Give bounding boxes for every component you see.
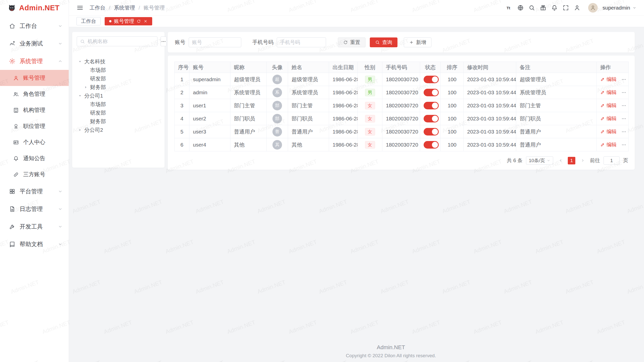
profile-icon[interactable]	[574, 5, 580, 11]
edit-button[interactable]: 编辑	[600, 128, 617, 135]
column-header: 状态	[420, 62, 441, 73]
tree-node[interactable]: 市场部	[77, 100, 160, 109]
cell-avatar: 系	[267, 86, 288, 99]
refresh-tab-icon[interactable]	[137, 19, 141, 23]
page-footer: Admin.NET Copyright © 2022 Dilon All rig…	[138, 344, 644, 358]
hamburger-menu-icon[interactable]	[76, 4, 84, 11]
phone-input[interactable]	[277, 37, 326, 47]
tab-workbench[interactable]: 工作台	[76, 17, 101, 25]
more-actions-button[interactable]	[621, 116, 627, 121]
cell-phone: 18020030720	[382, 138, 420, 151]
caret-down-icon[interactable]	[78, 59, 84, 64]
tree-node[interactable]: 研发部	[77, 74, 160, 83]
bell-icon[interactable]	[551, 5, 558, 11]
cell-name: 部门职员	[288, 112, 329, 125]
page-number-1[interactable]: 1	[568, 157, 575, 164]
org-more-button[interactable]	[160, 36, 167, 46]
prev-page-button[interactable]	[557, 157, 564, 164]
tree-node[interactable]: 财务部	[77, 117, 160, 126]
tree-node[interactable]: 分公司2	[77, 126, 160, 134]
sidebar-item-position-management[interactable]: 职位管理	[0, 118, 69, 134]
sidebar-item-personal-center[interactable]: 个人中心	[0, 134, 69, 150]
avatar: 其	[272, 140, 282, 150]
breadcrumb-item[interactable]: 账号管理	[144, 4, 165, 11]
badge-icon	[13, 123, 19, 129]
chevron-down-icon	[58, 224, 63, 229]
sidebar-item-notice[interactable]: 通知公告	[0, 150, 69, 166]
sidebar-item-org-management[interactable]: 机构管理	[0, 102, 69, 118]
tree-node[interactable]: 分公司1	[77, 92, 160, 100]
caret-down-icon[interactable]	[78, 94, 84, 98]
user-avatar[interactable]	[588, 3, 598, 13]
refresh-icon	[343, 40, 348, 45]
tree-node-label: 研发部	[90, 109, 106, 116]
reset-button[interactable]: 重置	[338, 37, 366, 47]
font-size-icon[interactable]: Tt	[506, 5, 512, 11]
add-button[interactable]: 新增	[404, 37, 431, 47]
tree-node[interactable]: 市场部	[77, 66, 160, 74]
sidebar-item-label: 帮助文档	[20, 240, 43, 248]
status-switch[interactable]	[424, 141, 439, 149]
sidebar-item-third-account[interactable]: 三方账号	[0, 166, 69, 183]
status-switch[interactable]	[424, 89, 439, 96]
page-size-select[interactable]: 10条/页	[526, 156, 553, 165]
cell-nickname: 普通用户	[230, 125, 267, 138]
org-search-input[interactable]	[88, 38, 154, 44]
cell-name: 其他	[288, 138, 329, 151]
breadcrumb-item[interactable]: 工作台	[90, 4, 105, 11]
cell-order: 100	[441, 112, 464, 125]
username-text: superadmin	[602, 5, 630, 11]
cell-remark: 部门主管	[516, 99, 597, 112]
tree-node-label: 分公司1	[84, 92, 103, 99]
gender-tag: 女	[365, 128, 375, 135]
breadcrumb-item[interactable]: 系统管理	[114, 4, 135, 11]
locale-icon[interactable]	[517, 5, 524, 11]
edit-button[interactable]: 编辑	[600, 115, 617, 122]
edit-button[interactable]: 编辑	[600, 102, 617, 109]
next-page-button[interactable]	[579, 157, 586, 164]
sidebar-item-dev-tools[interactable]: 开发工具	[0, 218, 69, 235]
sidebar-item-workbench[interactable]: 工作台	[0, 17, 69, 35]
cell-order: 100	[441, 86, 464, 99]
account-input[interactable]	[189, 37, 241, 47]
status-switch[interactable]	[424, 115, 439, 122]
caret-right-icon[interactable]	[84, 85, 90, 89]
status-switch[interactable]	[424, 76, 439, 83]
more-actions-button[interactable]	[621, 90, 627, 95]
edit-button[interactable]: 编辑	[600, 141, 617, 148]
goto-page-input[interactable]	[603, 156, 620, 165]
cell-nickname: 超级管理员	[230, 73, 267, 86]
footer-copyright: Copyright © 2022 Dilon All rights reserv…	[138, 353, 644, 358]
more-actions-button[interactable]	[621, 129, 627, 134]
sidebar-item-help-docs[interactable]: 帮助文档	[0, 235, 69, 253]
sidebar-item-account-management[interactable]: 账号管理	[0, 70, 69, 86]
search-button[interactable]: 查询	[370, 37, 397, 47]
sidebar-item-business-test[interactable]: 业务测试	[0, 35, 69, 52]
search-icon[interactable]	[529, 5, 535, 11]
edit-button[interactable]: 编辑	[600, 76, 617, 83]
sidebar-item-log-management[interactable]: 日志管理	[0, 200, 69, 218]
status-switch[interactable]	[424, 128, 439, 135]
sidebar-item-system-management[interactable]: 系统管理	[0, 52, 69, 70]
sidebar-item-platform-management[interactable]: 平台管理	[0, 183, 69, 200]
more-actions-button[interactable]	[621, 77, 627, 82]
gift-icon[interactable]	[540, 5, 546, 11]
cell-nickname: 部门职员	[230, 112, 267, 125]
caret-right-icon[interactable]	[78, 128, 84, 132]
close-tab-icon[interactable]	[143, 19, 148, 23]
fullscreen-icon[interactable]	[562, 5, 569, 11]
user-menu[interactable]: superadmin	[602, 5, 636, 11]
more-actions-button[interactable]	[621, 142, 627, 148]
sidebar-item-role-management[interactable]: 角色管理	[0, 86, 69, 102]
avatar: 系	[272, 88, 282, 97]
cell-avatar: 其	[267, 138, 288, 151]
tab-account-management[interactable]: 账号管理	[105, 17, 152, 25]
status-switch[interactable]	[424, 102, 439, 109]
tree-node[interactable]: 大名科技	[77, 57, 160, 66]
more-actions-button[interactable]	[621, 103, 627, 108]
search-icon	[375, 40, 380, 45]
cell-remark: 部门职员	[516, 112, 597, 125]
tree-node[interactable]: 研发部	[77, 109, 160, 117]
tree-node[interactable]: 财务部	[77, 83, 160, 92]
edit-button[interactable]: 编辑	[600, 89, 617, 96]
